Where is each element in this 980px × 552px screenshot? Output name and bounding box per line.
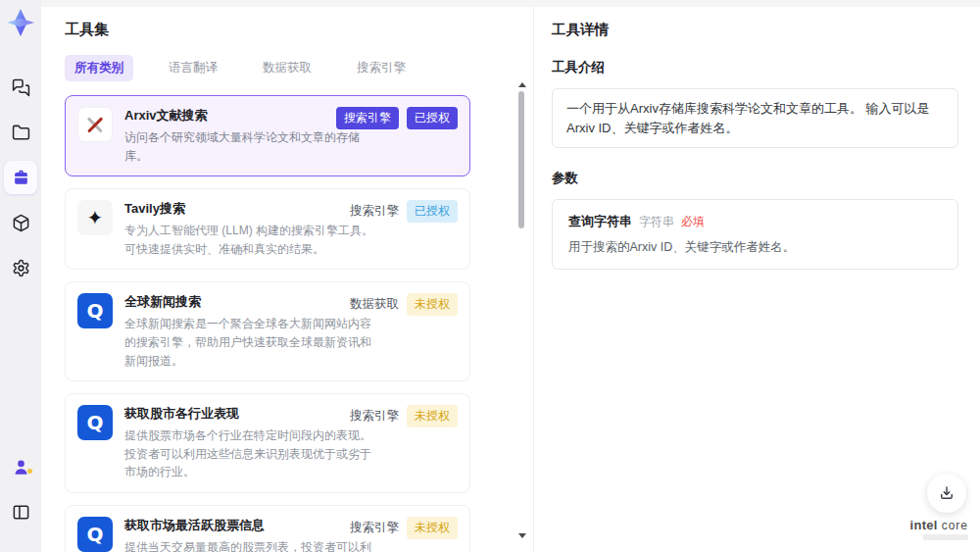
category-badge: 搜索引擎 xyxy=(336,107,399,129)
category-tabs: 所有类别 语言翻译 数据获取 搜索引擎 xyxy=(65,55,492,81)
parameter-type: 字符串 xyxy=(639,214,674,230)
tool-card-global-news[interactable]: Q 全球新闻搜索 全球新闻搜索是一个聚合全球各大新闻网站内容的搜索引擎，帮助用户… xyxy=(65,281,470,381)
chat-icon xyxy=(12,78,30,97)
gear-icon xyxy=(12,259,30,277)
intro-heading: 工具介绍 xyxy=(552,59,958,76)
tavily-logo-icon: ✦ xyxy=(77,200,113,235)
tool-description: 访问各个研究领域大量科学论文和文章的存储库。 xyxy=(124,128,375,165)
tool-card-list: Arxiv文献搜索 访问各个研究领域大量科学论文和文章的存储库。 搜索引擎 已授… xyxy=(65,95,470,552)
panel-left-icon xyxy=(12,503,30,522)
parameter-required-flag: 必填 xyxy=(681,214,705,230)
intel-logo-subbar xyxy=(923,534,968,540)
parameter-description: 用于搜索的Arxiv ID、关键字或作者姓名。 xyxy=(568,239,942,256)
sidebar-item-packages[interactable] xyxy=(4,206,37,239)
scroll-down-arrow-icon[interactable] xyxy=(518,533,526,538)
tool-intro-text: 一个用于从Arxiv存储库搜索科学论文和文章的工具。 输入可以是Arxiv ID… xyxy=(552,88,958,148)
parameter-item: 查询字符串 字符串 必填 用于搜索的Arxiv ID、关键字或作者姓名。 xyxy=(552,199,958,270)
q-news-logo-icon: Q xyxy=(77,293,113,328)
category-label: 数据获取 xyxy=(350,296,399,313)
category-label: 搜索引擎 xyxy=(350,203,399,220)
folder-icon xyxy=(12,124,30,142)
tool-description: 全球新闻搜索是一个聚合全球各大新闻网站内容的搜索引擎，帮助用户快速获取全球最新资… xyxy=(124,315,375,370)
tool-card-arxiv[interactable]: Arxiv文献搜索 访问各个研究领域大量科学论文和文章的存储库。 搜索引擎 已授… xyxy=(65,95,470,176)
parameter-name: 查询字符串 xyxy=(568,213,632,230)
page-title: 工具集 xyxy=(65,21,492,39)
core-wordmark: core xyxy=(942,519,968,532)
app-logo-icon xyxy=(6,8,35,37)
sidebar-item-settings[interactable] xyxy=(4,251,37,284)
sidebar-item-chat[interactable] xyxy=(4,71,37,104)
main-content: 工具集 所有类别 语言翻译 数据获取 搜索引擎 Arxiv文献搜索 访问各个研究… xyxy=(41,0,980,552)
toolbox-icon xyxy=(12,169,30,187)
download-button[interactable] xyxy=(927,474,966,513)
sidebar-item-tools[interactable] xyxy=(4,161,37,194)
auth-status-badge: 已授权 xyxy=(407,200,458,223)
sidebar-collapse-button[interactable] xyxy=(4,495,37,528)
package-icon xyxy=(12,214,30,232)
tab-search-engine[interactable]: 搜索引擎 xyxy=(347,55,416,81)
download-icon xyxy=(938,484,956,502)
sidebar-item-files[interactable] xyxy=(4,116,37,149)
tool-card-sector-performance[interactable]: Q 获取股市各行业表现 提供股票市场各个行业在特定时间段内的表现。投资者可以利用… xyxy=(65,393,470,493)
tool-name: 获取市场最活跃股票信息 xyxy=(124,517,375,534)
arxiv-logo-icon xyxy=(77,107,113,142)
detail-title: 工具详情 xyxy=(552,21,958,39)
auth-status-badge: 未授权 xyxy=(407,405,458,427)
tab-translation[interactable]: 语言翻译 xyxy=(159,55,227,81)
tool-card-tavily[interactable]: ✦ Tavily搜索 专为人工智能代理 (LLM) 构建的搜索引擎工具。可快速提… xyxy=(65,188,470,270)
scroll-up-arrow-icon[interactable] xyxy=(518,82,526,87)
params-heading: 参数 xyxy=(552,170,958,187)
app-window: 工具集 所有类别 语言翻译 数据获取 搜索引擎 Arxiv文献搜索 访问各个研究… xyxy=(0,0,980,552)
tool-name: 全球新闻搜索 xyxy=(124,293,375,311)
intel-core-logo: intel core xyxy=(910,518,969,540)
tab-data-fetch[interactable]: 数据获取 xyxy=(253,55,321,81)
sidebar-item-account[interactable] xyxy=(4,450,37,483)
tool-description: 专为人工智能代理 (LLM) 构建的搜索引擎工具。可快速提供实时、准确和真实的结… xyxy=(124,222,375,258)
user-icon xyxy=(12,458,30,477)
tool-name: Tavily搜索 xyxy=(124,200,375,218)
top-strip xyxy=(41,0,980,7)
tool-description: 提供当天交易量最高的股票列表，投资者可以利用这些信息来识别流动性强的股票和潜在的… xyxy=(124,538,375,552)
auth-status-badge: 未授权 xyxy=(407,293,458,316)
tool-detail-panel: 工具详情 工具介绍 一个用于从Arxiv存储库搜索科学论文和文章的工具。 输入可… xyxy=(534,7,980,552)
q-news-logo-icon: Q xyxy=(77,517,113,552)
tool-list-panel: 工具集 所有类别 语言翻译 数据获取 搜索引擎 Arxiv文献搜索 访问各个研究… xyxy=(41,7,492,552)
scrollbar-thumb[interactable] xyxy=(518,91,524,228)
tool-name: 获取股市各行业表现 xyxy=(124,405,375,423)
category-label: 搜索引擎 xyxy=(350,520,399,536)
tool-card-active-stocks[interactable]: Q 获取市场最活跃股票信息 提供当天交易量最高的股票列表，投资者可以利用这些信息… xyxy=(65,505,470,552)
q-news-logo-icon: Q xyxy=(77,405,113,440)
category-label: 搜索引擎 xyxy=(350,408,399,425)
tool-description: 提供股票市场各个行业在特定时间段内的表现。投资者可以利用这些信息来识别表现优于或… xyxy=(124,427,375,481)
auth-status-badge: 已授权 xyxy=(407,107,458,129)
list-scrollbar[interactable] xyxy=(517,82,525,538)
status-dot xyxy=(27,469,32,474)
auth-status-badge: 未授权 xyxy=(407,517,458,539)
sidebar xyxy=(0,0,41,552)
tab-all-categories[interactable]: 所有类别 xyxy=(65,55,133,81)
intel-wordmark: intel xyxy=(910,518,938,532)
